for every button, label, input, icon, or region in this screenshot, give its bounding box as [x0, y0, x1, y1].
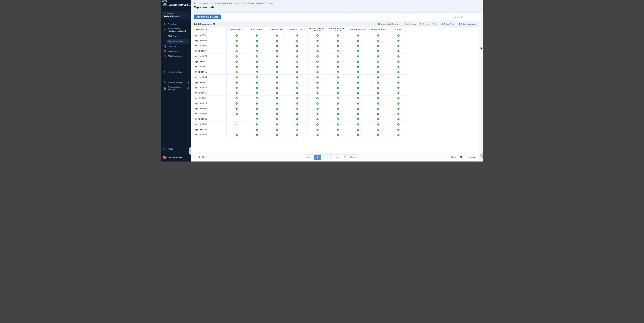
sidebar-item-db-schemas[interactable]: DB SCHEMAS pipeline_authored ›	[161, 27, 191, 34]
page-button-4[interactable]: 4	[334, 155, 341, 160]
changeset-name[interactable]: my-ticket-67-1	[194, 59, 226, 64]
sidebar-item-executions[interactable]: Executions	[161, 49, 191, 54]
breadcrumb-database-schemas[interactable]: Database Schemas	[256, 2, 272, 4]
breadcrumb-project[interactable]: Project: Default Project	[235, 2, 254, 4]
sidebar-item-account-settings[interactable]: Account Settings i	[161, 80, 191, 85]
search-icon	[454, 16, 456, 18]
search-box[interactable]	[452, 15, 476, 19]
page-button-1[interactable]: 1	[314, 155, 321, 160]
status-cell: ✓	[348, 101, 368, 106]
changeset-name[interactable]: my-ticket-66	[194, 64, 226, 69]
deployed-check-icon: ✓	[296, 55, 298, 58]
feedback-chat-icon[interactable]	[479, 154, 483, 159]
changeset-name[interactable]: my-ticket-58-2	[194, 116, 226, 122]
deployed-check-icon: ✓	[397, 118, 400, 120]
deployed-check-icon: ✓	[357, 71, 359, 73]
deployed-check-icon: ✓	[357, 134, 359, 136]
deployed-check-icon: ✓	[316, 82, 319, 84]
deployed-check-icon: ✓	[236, 113, 238, 115]
status-cell: ✓	[287, 69, 307, 74]
changeset-name[interactable]: my-ticket-58-0	[194, 127, 226, 132]
deployed-check-icon: ✓	[256, 40, 258, 42]
deployed-check-icon: ✓	[377, 35, 379, 37]
changeset-name[interactable]: my-ticket-61-0	[194, 101, 226, 106]
add-db-instance-button[interactable]: Add New DB Instance	[194, 15, 221, 19]
changeset-name[interactable]: my-ticket-67-0	[194, 54, 226, 59]
status-cell: ✓	[287, 95, 307, 101]
changeset-name[interactable]: my-ticket-69-1	[194, 43, 226, 48]
status-cell: ✓	[328, 116, 348, 122]
next-page-button[interactable]: Next →	[348, 155, 360, 160]
user-menu[interactable]: SA Stephen Atwell	[161, 155, 191, 160]
breadcrumb-organization[interactable]: Organization: default	[215, 2, 232, 4]
status-cell: ✓	[267, 59, 287, 64]
sidebar-collapse-handle[interactable]: ◀	[189, 147, 191, 155]
changeset-name[interactable]: my-ticket-65-1	[194, 69, 226, 74]
sidebar-item-db-instances[interactable]: DB Instances	[165, 34, 191, 39]
table-row: my-ticket-63-1✓✓✓✓✓✓✓✓✓	[194, 90, 408, 95]
deployed-check-icon: ✓	[357, 102, 359, 105]
page-button-3[interactable]: 3	[328, 155, 334, 160]
status-cell: ✓	[287, 43, 307, 48]
help-button[interactable]: ? Help	[161, 146, 191, 152]
deployed-check-icon: ✓	[337, 35, 339, 37]
breadcrumb-account[interactable]: Account: satwell-demo	[194, 2, 212, 4]
table-row: my-ticket-61-0✓✓✓✓✓✓✓✓✓	[194, 101, 408, 106]
deployed-check-icon: ✓	[337, 102, 339, 105]
sidebar-item-overview[interactable]: Overview	[161, 22, 191, 27]
mouse-cursor	[480, 46, 483, 51]
changeset-name[interactable]: my-ticket-68	[194, 48, 226, 54]
page-button-2[interactable]: 2	[321, 155, 328, 160]
sidebar-item-project-settings[interactable]: ⚙ Project Settings	[161, 70, 191, 74]
deployed-check-icon: ✓	[397, 61, 400, 63]
select-instances-button[interactable]: Select Instances	[458, 23, 476, 25]
deployed-check-icon: ✓	[236, 55, 238, 58]
sidebar-item-migration-state[interactable]: Migration State	[166, 39, 189, 44]
page-button-5[interactable]: 5	[341, 155, 348, 160]
changeset-name[interactable]: my-ticket-65-0	[194, 74, 226, 80]
sidebar-item-organization-settings[interactable]: Organization Settings i	[161, 85, 191, 92]
changeset-name[interactable]: my-ticket-60-0	[194, 106, 226, 111]
deployed-check-icon: ✓	[377, 102, 379, 105]
status-cell: ✓	[328, 64, 348, 69]
status-cell: ✓	[307, 59, 328, 64]
status-cell: ✓	[368, 116, 388, 122]
status-cell: ✓	[368, 132, 388, 137]
changeset-name[interactable]: my-ticket-64	[194, 80, 226, 85]
changeset-name[interactable]: my-ticket-69-0	[194, 38, 226, 43]
deployed-check-icon: ✓	[236, 76, 238, 79]
search-input[interactable]	[457, 16, 474, 18]
prev-page-button[interactable]: ← Prev	[302, 155, 314, 160]
changeset-name[interactable]: my-ticket-59-0	[194, 111, 226, 116]
deployed-check-icon: ✓	[296, 87, 298, 89]
deployed-check-icon: ✓	[236, 71, 238, 73]
table-row: my-ticket-66✓✓✓✓✓✓✓✓✓	[194, 64, 408, 69]
deployed-check-icon: ✓	[397, 50, 400, 52]
project-selector[interactable]: PROJECT Default Project ›	[162, 11, 190, 19]
deployed-check-icon: ✓	[316, 50, 319, 52]
changeset-name[interactable]: my-ticket-63-0	[194, 85, 226, 90]
status-cell: ✓	[287, 54, 307, 59]
changeset-name[interactable]: my-ticket-70	[194, 33, 226, 38]
column-header: PRODUCTION-APJ-NORTH	[307, 27, 328, 33]
apps-grid-icon[interactable]	[188, 4, 191, 6]
status-cell: ✓	[307, 38, 328, 43]
status-cell: ✓	[328, 122, 348, 127]
status-cell: –	[226, 116, 247, 122]
page-size-select[interactable]: 20	[458, 155, 466, 159]
status-cell: ✓	[267, 64, 287, 69]
chevron-down-icon	[464, 157, 465, 157]
deployed-check-icon: ✓	[397, 35, 400, 37]
changeset-name[interactable]: my-ticket-55-0	[194, 132, 226, 137]
changeset-name[interactable]: my-ticket-58-1	[194, 122, 226, 127]
status-cell: ✓	[287, 85, 307, 90]
deployed-check-icon: ✓	[276, 129, 278, 131]
deployed-check-icon: ✓	[276, 71, 278, 73]
status-cell: ✓	[328, 106, 348, 111]
sidebar-item-db-governance[interactable]: ⚙ DB Governance	[161, 54, 191, 59]
changeset-name[interactable]: my-ticket-63-1	[194, 90, 226, 95]
changeset-name[interactable]: my-ticket-62	[194, 95, 226, 101]
info-icon: i	[188, 87, 189, 89]
sidebar-item-pipelines[interactable]: Pipelines	[161, 44, 191, 49]
deployed-check-icon: ✓	[296, 129, 298, 131]
